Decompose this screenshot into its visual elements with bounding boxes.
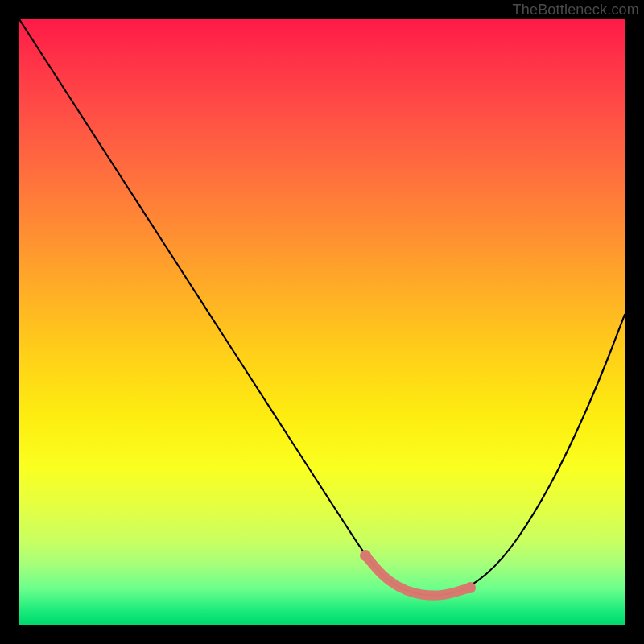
- bottleneck-curve: [19, 19, 625, 596]
- optimal-range-end-dot: [464, 582, 476, 593]
- watermark-text: TheBottleneck.com: [513, 2, 639, 19]
- plot-area: [19, 19, 625, 625]
- optimal-range-start-dot: [360, 550, 371, 561]
- chart-frame: TheBottleneck.com: [0, 0, 644, 644]
- chart-svg: [19, 19, 625, 625]
- optimal-range-highlight: [365, 555, 470, 596]
